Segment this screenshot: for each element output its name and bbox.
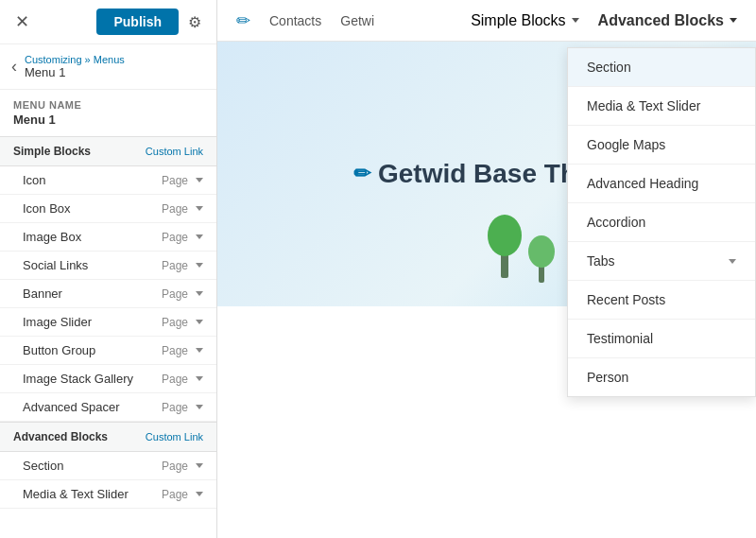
simple-blocks-group-header: Simple Blocks Custom Link: [0, 136, 216, 166]
menu-item-icon[interactable]: Icon Page: [0, 166, 216, 195]
advanced-blocks-chevron-icon: [730, 18, 737, 23]
breadcrumb-text: Customizing » Menus: [25, 54, 125, 65]
dropdown-item-testimonial[interactable]: Testimonial: [568, 320, 755, 358]
dropdown-item-google-maps[interactable]: Google Maps: [568, 126, 755, 165]
menu-name-display: Menu 1: [13, 113, 203, 127]
svg-point-3: [488, 215, 522, 256]
chevron-down-icon: [196, 206, 203, 211]
menu-item-banner[interactable]: Banner Page: [0, 280, 216, 308]
chevron-down-icon: [196, 492, 203, 496]
dropdown-item-media-text-slider[interactable]: Media & Text Slider: [568, 87, 755, 126]
advanced-blocks-label: Advanced Blocks: [13, 430, 108, 443]
contacts-nav-link[interactable]: Contacts: [269, 13, 321, 28]
menu-item-media-text-slider-type: Page: [162, 488, 188, 501]
menu-item-banner-right: Page: [162, 287, 203, 301]
menu-name-value: Menu 1: [25, 65, 125, 79]
sidebar: ✕ Publish ⚙ ‹ Customizing » Menus Menu 1…: [0, 0, 217, 538]
advanced-blocks-nav[interactable]: Advanced Blocks: [598, 12, 737, 29]
advanced-blocks-group-header: Advanced Blocks Custom Link: [0, 422, 216, 452]
menu-name-label: Menu Name: [13, 99, 203, 111]
menu-name-section: Menu Name Menu 1: [0, 90, 216, 136]
menu-item-banner-type: Page: [162, 287, 188, 301]
sidebar-scroll[interactable]: Simple Blocks Custom Link Icon Page Icon…: [0, 136, 216, 538]
menu-item-button-group-right: Page: [162, 344, 203, 357]
menu-item-advanced-spacer-right: Page: [162, 401, 203, 414]
chevron-down-icon: [196, 463, 203, 468]
menu-item-media-text-slider[interactable]: Media & Text Slider Page: [0, 480, 216, 509]
menu-item-icon-box-label: Icon Box: [23, 201, 71, 216]
dropdown-item-recent-posts[interactable]: Recent Posts: [568, 281, 755, 320]
menu-item-icon-box[interactable]: Icon Box Page: [0, 195, 216, 223]
menu-item-image-box[interactable]: Image Box Page: [0, 223, 216, 252]
menu-item-image-slider-type: Page: [162, 316, 188, 329]
chevron-down-icon: [196, 320, 203, 324]
menu-item-button-group-type: Page: [162, 344, 188, 357]
simple-blocks-custom-link[interactable]: Custom Link: [146, 146, 203, 157]
dropdown-accordion-label: Accordion: [587, 215, 645, 230]
menu-item-icon-type: Page: [162, 174, 188, 187]
dropdown-person-label: Person: [587, 370, 628, 385]
menu-item-advanced-spacer-type: Page: [162, 401, 188, 414]
menu-item-button-group[interactable]: Button Group Page: [0, 337, 216, 365]
chevron-down-icon: [196, 263, 203, 268]
menu-item-section[interactable]: Section Page: [0, 452, 216, 480]
menu-item-image-box-right: Page: [162, 231, 203, 244]
dropdown-item-tabs[interactable]: Tabs: [568, 242, 755, 281]
menu-item-social-links-label: Social Links: [23, 258, 88, 272]
back-button[interactable]: ‹: [11, 57, 17, 77]
menu-item-icon-box-right: Page: [162, 202, 203, 216]
menu-item-social-links-right: Page: [162, 259, 203, 272]
close-button[interactable]: ✕: [11, 8, 33, 36]
menu-item-image-box-type: Page: [162, 231, 188, 244]
menu-item-icon-label: Icon: [23, 173, 46, 187]
dropdown-tabs-label: Tabs: [587, 253, 615, 269]
menu-item-image-slider-label: Image Slider: [23, 315, 92, 329]
main-area: ✏ Contacts Getwi Simple Blocks Advanced …: [217, 0, 756, 538]
menu-item-section-label: Section: [23, 459, 63, 473]
chevron-down-icon: [196, 405, 203, 409]
menu-item-media-text-slider-right: Page: [162, 488, 203, 501]
dropdown-item-advanced-heading[interactable]: Advanced Heading: [568, 165, 755, 203]
menu-item-advanced-spacer-label: Advanced Spacer: [23, 400, 120, 414]
menu-item-button-group-label: Button Group: [23, 343, 95, 357]
dropdown-media-text-slider-label: Media & Text Slider: [587, 98, 700, 113]
chevron-down-icon: [196, 234, 203, 239]
menu-item-section-right: Page: [162, 460, 203, 473]
getwid-nav-link[interactable]: Getwi: [340, 13, 374, 28]
gear-button[interactable]: ⚙: [184, 9, 205, 35]
menu-item-image-slider-right: Page: [162, 316, 203, 329]
advanced-blocks-items: Section Page Media & Text Slider Page: [0, 452, 216, 509]
edit-icon: ✏: [236, 10, 250, 31]
menu-item-image-stack-gallery[interactable]: Image Stack Gallery Page: [0, 365, 216, 393]
publish-button[interactable]: Publish: [96, 9, 179, 35]
dropdown-section-label: Section: [587, 60, 631, 75]
menu-item-image-stack-gallery-right: Page: [162, 373, 203, 386]
chevron-down-icon: [196, 291, 203, 296]
sidebar-nav: ‹ Customizing » Menus Menu 1: [0, 44, 216, 90]
dropdown-recent-posts-label: Recent Posts: [587, 292, 665, 307]
sidebar-header: ✕ Publish ⚙: [0, 0, 216, 44]
advanced-blocks-custom-link[interactable]: Custom Link: [146, 431, 203, 443]
menu-item-social-links[interactable]: Social Links Page: [0, 252, 216, 280]
menu-item-social-links-type: Page: [162, 259, 188, 272]
menu-item-section-type: Page: [162, 460, 188, 473]
dropdown-item-person[interactable]: Person: [568, 358, 755, 396]
dropdown-item-section[interactable]: Section: [568, 48, 755, 87]
simple-blocks-label: Simple Blocks: [13, 145, 91, 158]
header-right: Publish ⚙: [96, 9, 205, 35]
menu-item-advanced-spacer[interactable]: Advanced Spacer Page: [0, 393, 216, 422]
breadcrumb: Customizing » Menus Menu 1: [25, 54, 125, 79]
dropdown-google-maps-label: Google Maps: [587, 137, 665, 152]
simple-blocks-nav[interactable]: Simple Blocks: [471, 12, 578, 29]
dropdown-advanced-heading-label: Advanced Heading: [587, 176, 698, 191]
menu-item-image-slider[interactable]: Image Slider Page: [0, 308, 216, 337]
pencil-icon: ✏: [353, 162, 370, 186]
menu-item-image-box-label: Image Box: [23, 230, 81, 244]
dropdown-item-accordion[interactable]: Accordion: [568, 203, 755, 242]
menu-item-icon-right: Page: [162, 174, 203, 187]
chevron-down-icon: [196, 376, 203, 381]
dropdown-testimonial-label: Testimonial: [587, 331, 653, 346]
menu-item-banner-label: Banner: [23, 286, 62, 301]
simple-blocks-chevron-icon: [572, 18, 579, 23]
advanced-blocks-dropdown: Section Media & Text Slider Google Maps …: [567, 47, 756, 397]
